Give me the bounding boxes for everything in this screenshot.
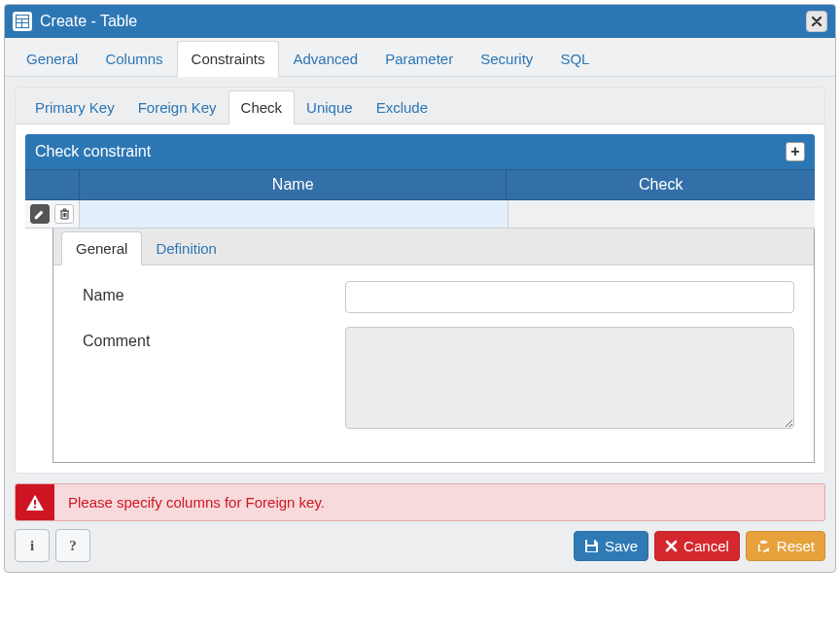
subtab-foreign-key[interactable]: Foreign Key xyxy=(126,91,228,123)
table-icon xyxy=(13,12,32,31)
grid-header-check: Check xyxy=(507,170,815,199)
help-icon: ? xyxy=(69,538,77,554)
plus-icon: + xyxy=(790,144,799,159)
row-detail-panel: General Definition Name Comment xyxy=(52,229,815,463)
close-button[interactable] xyxy=(806,11,827,32)
row-name-cell[interactable] xyxy=(80,200,508,228)
help-button[interactable]: ? xyxy=(55,529,90,562)
warning-icon xyxy=(16,484,54,520)
cancel-icon xyxy=(665,540,678,552)
trash-icon xyxy=(59,208,70,220)
close-icon xyxy=(812,17,822,26)
tab-general[interactable]: General xyxy=(13,42,91,76)
titlebar: Create - Table xyxy=(5,5,835,38)
save-icon xyxy=(584,539,599,553)
constraint-sub-tabs: Primary Key Foreign Key Check Unique Exc… xyxy=(16,88,824,124)
name-field[interactable] xyxy=(345,281,794,313)
svg-rect-7 xyxy=(34,506,36,508)
section-title: Check constraint xyxy=(35,143,151,160)
tab-constraints[interactable]: Constraints xyxy=(177,41,280,77)
svg-rect-6 xyxy=(34,500,36,505)
subtab-primary-key[interactable]: Primary Key xyxy=(23,91,126,123)
detail-tab-definition[interactable]: Definition xyxy=(142,232,230,265)
subtab-check[interactable]: Check xyxy=(228,90,296,124)
name-label: Name xyxy=(83,281,345,304)
info-icon: i xyxy=(30,538,34,554)
delete-row-button[interactable] xyxy=(54,204,74,224)
grid-header: Name Check xyxy=(25,169,815,200)
tab-columns[interactable]: Columns xyxy=(91,42,176,76)
reset-button[interactable]: Reset xyxy=(746,531,825,561)
add-constraint-button[interactable]: + xyxy=(786,142,805,161)
detail-form: Name Comment xyxy=(53,265,814,462)
comment-field[interactable] xyxy=(345,327,794,429)
tab-security[interactable]: Security xyxy=(467,42,546,76)
tab-parameter[interactable]: Parameter xyxy=(371,42,467,76)
save-button[interactable]: Save xyxy=(574,531,648,561)
section-header: Check constraint + xyxy=(25,134,815,169)
svg-rect-4 xyxy=(17,23,21,27)
svg-rect-8 xyxy=(587,540,594,545)
svg-rect-5 xyxy=(22,23,28,27)
error-alert: Please specify columns for Foreign key. xyxy=(15,483,825,521)
svg-rect-2 xyxy=(17,19,21,22)
alert-message: Please specify columns for Foreign key. xyxy=(54,484,338,520)
check-panel: Check constraint + Name Check xyxy=(16,124,824,473)
svg-rect-1 xyxy=(17,16,28,18)
info-button[interactable]: i xyxy=(15,529,50,562)
detail-tabs: General Definition xyxy=(53,229,814,265)
dialog-footer: i ? Save Cancel Reset xyxy=(5,521,835,572)
detail-tab-general[interactable]: General xyxy=(61,231,142,265)
edit-row-button[interactable] xyxy=(30,204,50,224)
grid-header-actions xyxy=(25,170,80,199)
window-title: Create - Table xyxy=(40,13,798,30)
subtab-unique[interactable]: Unique xyxy=(295,91,365,123)
svg-rect-3 xyxy=(22,19,28,22)
svg-rect-9 xyxy=(587,547,596,551)
recycle-icon xyxy=(756,539,771,553)
grid-header-name: Name xyxy=(80,170,507,199)
tab-advanced[interactable]: Advanced xyxy=(279,42,371,76)
pencil-icon xyxy=(34,209,45,220)
table-row xyxy=(25,200,815,229)
tab-sql[interactable]: SQL xyxy=(546,42,603,76)
subtab-exclude[interactable]: Exclude xyxy=(365,91,439,123)
content-panel: Primary Key Foreign Key Check Unique Exc… xyxy=(15,87,825,474)
row-check-cell[interactable] xyxy=(508,200,815,228)
comment-label: Comment xyxy=(83,327,345,350)
cancel-button[interactable]: Cancel xyxy=(654,531,740,561)
main-tabs: General Columns Constraints Advanced Par… xyxy=(5,38,835,77)
create-table-dialog: Create - Table General Columns Constrain… xyxy=(4,4,836,573)
